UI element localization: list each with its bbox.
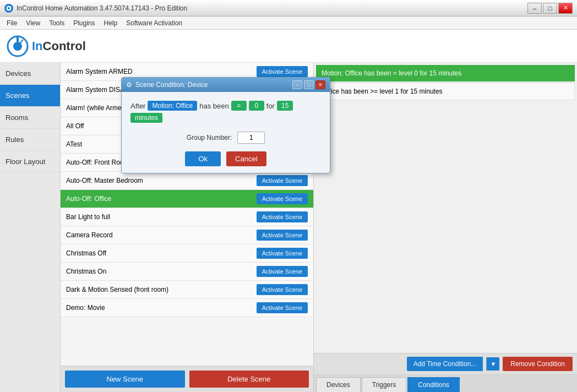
- scene-row[interactable]: Christmas OffActivate Scene: [61, 244, 313, 263]
- scene-name: Alarm! (while Armed): [66, 104, 127, 112]
- add-time-condition-button[interactable]: Add Time Condition...: [407, 357, 483, 371]
- dialog-unit-chip[interactable]: minutes: [130, 113, 162, 123]
- right-panel: Motion: Office has been = level 0 for 15…: [314, 63, 577, 392]
- scene-name: Dark & Motion Sensed (front room): [66, 286, 168, 293]
- scene-row[interactable]: Dark & Motion Sensed (front room)Activat…: [61, 281, 313, 299]
- condition-row[interactable]: Motion: Office has been = level 0 for 15…: [316, 65, 575, 81]
- scene-row[interactable]: Demo: MovieActivate Scene: [61, 299, 313, 317]
- scene-row[interactable]: Bar Light to fullActivate Scene: [61, 208, 313, 226]
- dialog-has-been-label: has been: [199, 102, 229, 110]
- minimize-button[interactable]: –: [527, 3, 542, 14]
- activate-scene-button[interactable]: Activate Scene: [257, 211, 308, 222]
- scene-name: All Off: [66, 122, 84, 130]
- activate-scene-button[interactable]: Activate Scene: [257, 193, 308, 204]
- dialog-titlebar: ⚙ Scene Condition: Device – □ ✕: [122, 78, 330, 92]
- scene-name: Alarm System ARMED: [66, 68, 133, 75]
- scene-name: Demo: Movie: [66, 304, 105, 312]
- dialog-restore-button[interactable]: □: [304, 80, 314, 89]
- right-bottom: Add Time Condition... ▼ Remove Condition…: [314, 353, 577, 392]
- menu-item-file[interactable]: File: [2, 18, 21, 28]
- sidebar-item-devices[interactable]: Devices: [0, 63, 60, 85]
- scene-name: Auto-Off: Front Room: [66, 159, 129, 166]
- maximize-button[interactable]: □: [543, 3, 557, 14]
- app-icon: [4, 4, 13, 13]
- activate-scene-button[interactable]: Activate Scene: [257, 284, 308, 295]
- activate-scene-button[interactable]: Activate Scene: [257, 230, 308, 241]
- logo: InControl: [7, 35, 86, 57]
- scene-row[interactable]: Auto-Off: OfficeActivate Scene: [61, 190, 313, 208]
- add-time-dropdown-button[interactable]: ▼: [486, 357, 499, 371]
- sidebar-item-rooms[interactable]: Rooms: [0, 107, 60, 129]
- close-button[interactable]: ✕: [558, 3, 573, 14]
- scene-name: Christmas On: [66, 268, 106, 275]
- svg-point-1: [8, 7, 10, 9]
- dialog-icon: ⚙: [126, 81, 132, 89]
- dialog-title: Scene Condition: Device: [135, 81, 208, 89]
- titlebar: InControl Home Automation 3.47.5074.1714…: [0, 0, 577, 17]
- activate-scene-button[interactable]: Activate Scene: [257, 66, 308, 77]
- dialog-titlebar-controls: – □ ✕: [292, 80, 325, 89]
- dialog-group-label: Group Number:: [187, 134, 232, 141]
- titlebar-controls: – □ ✕: [527, 3, 573, 14]
- dialog-duration-chip[interactable]: 15: [277, 101, 293, 111]
- menu-item-tools[interactable]: Tools: [45, 18, 69, 28]
- dialog-device-chip[interactable]: Motion: Office: [148, 101, 197, 111]
- menu-item-plugins[interactable]: Plugins: [69, 18, 99, 28]
- condition-row[interactable]: Office has been >= level 1 for 15 minute…: [316, 83, 575, 100]
- dialog-eq-chip[interactable]: =: [231, 101, 247, 111]
- svg-rect-4: [17, 36, 19, 42]
- activate-scene-button[interactable]: Activate Scene: [257, 248, 308, 259]
- dialog-after-label: After: [130, 102, 145, 110]
- remove-condition-button[interactable]: Remove Condition: [503, 357, 573, 371]
- tab-bar: DevicesTriggersConditions: [314, 374, 577, 392]
- sidebar-item-rules[interactable]: Rules: [0, 129, 60, 151]
- tab-conditions[interactable]: Conditions: [407, 377, 460, 392]
- scene-name: Camera Record: [66, 231, 113, 239]
- delete-scene-button[interactable]: Delete Scene: [189, 371, 309, 388]
- scene-row[interactable]: Christmas OnActivate Scene: [61, 263, 313, 281]
- logo-text: InControl: [32, 39, 86, 53]
- group-number-input[interactable]: [237, 132, 265, 144]
- logobar: InControl: [0, 30, 577, 63]
- scene-condition-dialog: ⚙ Scene Condition: Device – □ ✕ After Mo…: [121, 77, 330, 173]
- dialog-group: Group Number:: [130, 132, 321, 144]
- titlebar-title: InControl Home Automation 3.47.5074.1714…: [17, 4, 187, 12]
- dialog-value-chip[interactable]: 0: [249, 101, 264, 111]
- scene-row[interactable]: Auto-Off: Master BedroomActivate Scene: [61, 172, 313, 190]
- scene-name: Christmas Off: [66, 249, 106, 257]
- activate-scene-button[interactable]: Activate Scene: [257, 302, 308, 313]
- dialog-titlebar-left: ⚙ Scene Condition: Device: [126, 81, 208, 89]
- new-scene-button[interactable]: New Scene: [65, 371, 185, 388]
- tab-triggers[interactable]: Triggers: [362, 377, 407, 392]
- dialog-content: After Motion: Office has been = 0 for 15…: [122, 92, 330, 173]
- menu-item-help[interactable]: Help: [100, 18, 122, 28]
- dialog-close-button[interactable]: ✕: [315, 80, 325, 89]
- scene-name: Auto-Off: Office: [66, 195, 111, 203]
- dialog-cancel-button[interactable]: Cancel: [226, 151, 266, 166]
- menubar: FileViewToolsPluginsHelpSoftware Activat…: [0, 17, 577, 30]
- titlebar-left: InControl Home Automation 3.47.5074.1714…: [4, 4, 187, 13]
- sidebar-item-scenes[interactable]: Scenes: [0, 85, 60, 107]
- dialog-buttons: Ok Cancel: [130, 151, 321, 166]
- dialog-ok-button[interactable]: Ok: [185, 151, 221, 166]
- tab-devices[interactable]: Devices: [316, 377, 361, 392]
- menu-item-software-activation[interactable]: Software Activation: [122, 18, 187, 28]
- scene-name: Bar Light to full: [66, 213, 110, 221]
- dialog-sentence: After Motion: Office has been = 0 for 15…: [130, 101, 321, 123]
- dialog-minimize-button[interactable]: –: [292, 80, 302, 89]
- scene-row[interactable]: Camera RecordActivate Scene: [61, 226, 313, 244]
- sidebar-item-floor-layout[interactable]: Floor Layout: [0, 151, 60, 173]
- sidebar: DevicesScenesRoomsRulesFloor Layout: [0, 63, 61, 392]
- activate-scene-button[interactable]: Activate Scene: [257, 266, 308, 277]
- scene-name: ATest: [66, 140, 82, 148]
- logo-icon: [7, 35, 29, 57]
- menu-item-view[interactable]: View: [21, 18, 45, 28]
- scene-bottom-buttons: New Scene Delete Scene: [61, 366, 313, 392]
- conditions-list: Motion: Office has been = level 0 for 15…: [314, 63, 577, 353]
- activate-scene-button[interactable]: Activate Scene: [257, 175, 308, 186]
- right-bottom-toolbar: Add Time Condition... ▼ Remove Condition: [314, 353, 577, 374]
- dialog-for-label: for: [266, 102, 275, 110]
- scene-name: Auto-Off: Master Bedroom: [66, 177, 143, 184]
